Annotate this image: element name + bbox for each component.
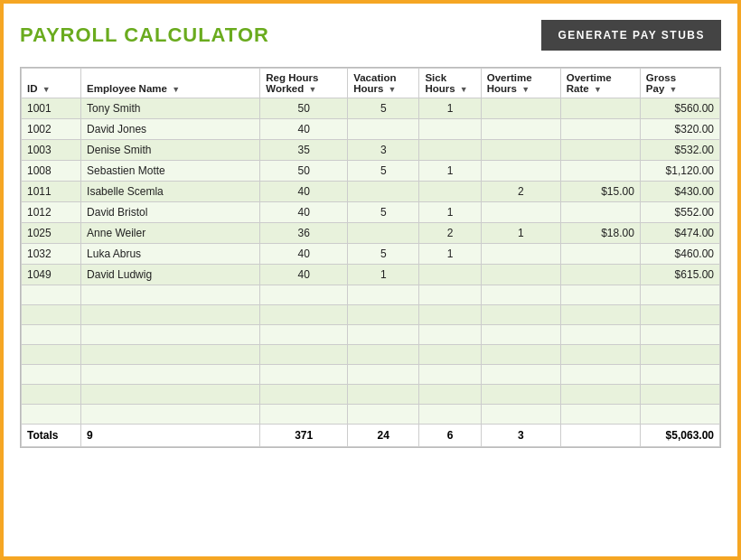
cell-gross: $552.00 (640, 202, 719, 223)
sick-filter-arrow[interactable]: ▼ (460, 85, 468, 94)
table-row: 1011 Isabelle Scemla 40 2 $15.00 $430.00 (22, 182, 720, 202)
cell-ot-rate: $18.00 (560, 223, 640, 244)
gross-filter-arrow[interactable]: ▼ (670, 85, 678, 94)
cell-reg-hours: 35 (260, 140, 348, 161)
cell-ot-rate (560, 98, 640, 119)
cell-name: David Bristol (81, 202, 260, 223)
cell-ot-rate: $15.00 (560, 182, 640, 202)
cell-id: 1032 (22, 244, 81, 265)
col-reg-hours: Reg HoursWorked ▼ (260, 69, 348, 98)
generate-pay-stubs-button[interactable]: GENERATE PAY STUBS (541, 20, 721, 51)
empty-cell (260, 305, 348, 325)
cell-ot-hours (481, 265, 560, 285)
ot-rate-filter-arrow[interactable]: ▼ (594, 85, 602, 94)
cell-gross: $560.00 (640, 98, 719, 119)
cell-gross: $1,120.00 (640, 161, 719, 182)
empty-row (22, 385, 720, 405)
empty-cell (81, 365, 260, 385)
empty-row (22, 365, 720, 385)
cell-reg-hours: 50 (260, 161, 348, 182)
col-sick: SickHours ▼ (419, 69, 481, 98)
cell-name: Luka Abrus (81, 244, 260, 265)
empty-cell (640, 305, 719, 325)
cell-id: 1001 (22, 98, 81, 119)
empty-cell (640, 365, 719, 385)
empty-row (22, 305, 720, 325)
empty-cell (560, 345, 640, 365)
empty-row (22, 285, 720, 305)
cell-sick (419, 265, 481, 285)
empty-cell (560, 365, 640, 385)
col-ot-rate: OvertimeRate ▼ (560, 69, 640, 98)
empty-cell (640, 385, 719, 405)
totals-vacation: 24 (348, 425, 419, 447)
table-body: 1001 Tony Smith 50 5 1 $560.00 1002 Davi… (22, 98, 720, 425)
empty-cell (419, 385, 481, 405)
name-filter-arrow[interactable]: ▼ (172, 85, 180, 94)
cell-reg-hours: 40 (260, 119, 348, 140)
cell-gross: $460.00 (640, 244, 719, 265)
empty-cell (22, 285, 81, 305)
cell-ot-hours (481, 119, 560, 140)
table-row: 1032 Luka Abrus 40 5 1 $460.00 (22, 244, 720, 265)
empty-cell (348, 405, 419, 425)
cell-reg-hours: 40 (260, 202, 348, 223)
totals-ot-rate (560, 425, 640, 447)
cell-ot-rate (560, 202, 640, 223)
ot-hours-filter-arrow[interactable]: ▼ (521, 85, 530, 94)
cell-id: 1012 (22, 202, 81, 223)
app-title: PAYROLL CALCULATOR (20, 23, 269, 47)
empty-cell (560, 305, 640, 325)
cell-ot-rate (560, 161, 640, 182)
payroll-table: ID ▼ Employee Name ▼ Reg HoursWorked ▼ V… (21, 68, 720, 447)
cell-vacation (348, 182, 419, 202)
cell-name: David Jones (81, 119, 260, 140)
cell-reg-hours: 40 (260, 265, 348, 285)
cell-ot-hours: 2 (481, 182, 560, 202)
empty-cell (419, 285, 481, 305)
cell-vacation: 1 (348, 265, 419, 285)
empty-cell (348, 385, 419, 405)
cell-gross: $430.00 (640, 182, 719, 202)
table-row: 1008 Sebastien Motte 50 5 1 $1,120.00 (22, 161, 720, 182)
empty-cell (560, 285, 640, 305)
empty-cell (481, 305, 560, 325)
empty-cell (22, 305, 81, 325)
empty-cell (22, 365, 81, 385)
empty-cell (81, 385, 260, 405)
col-id: ID ▼ (22, 69, 81, 98)
reg-hours-filter-arrow[interactable]: ▼ (308, 85, 316, 94)
cell-vacation: 3 (348, 140, 419, 161)
table-row: 1001 Tony Smith 50 5 1 $560.00 (22, 98, 720, 119)
cell-reg-hours: 40 (260, 182, 348, 202)
empty-cell (640, 345, 719, 365)
empty-cell (22, 325, 81, 345)
totals-reg-hours: 371 (260, 425, 348, 447)
empty-cell (260, 285, 348, 305)
table-row: 1025 Anne Weiler 36 2 1 $18.00 $474.00 (22, 223, 720, 244)
cell-name: Anne Weiler (81, 223, 260, 244)
cell-sick (419, 140, 481, 161)
cell-sick: 1 (419, 98, 481, 119)
empty-cell (260, 325, 348, 345)
id-filter-arrow[interactable]: ▼ (42, 85, 51, 94)
empty-cell (481, 285, 560, 305)
column-header-row: ID ▼ Employee Name ▼ Reg HoursWorked ▼ V… (22, 69, 720, 98)
cell-sick (419, 182, 481, 202)
cell-name: Denise Smith (81, 140, 260, 161)
totals-label: Totals (22, 425, 81, 447)
empty-cell (81, 325, 260, 345)
empty-cell (260, 365, 348, 385)
cell-name: David Ludwig (81, 265, 260, 285)
cell-ot-rate (560, 244, 640, 265)
cell-vacation (348, 119, 419, 140)
vacation-filter-arrow[interactable]: ▼ (389, 85, 397, 94)
empty-cell (640, 325, 719, 345)
totals-row: Totals 9 371 24 6 3 $5,063.00 (22, 425, 720, 447)
cell-gross: $615.00 (640, 265, 719, 285)
empty-row (22, 325, 720, 345)
empty-cell (560, 385, 640, 405)
cell-sick: 1 (419, 244, 481, 265)
cell-reg-hours: 36 (260, 223, 348, 244)
cell-vacation: 5 (348, 244, 419, 265)
